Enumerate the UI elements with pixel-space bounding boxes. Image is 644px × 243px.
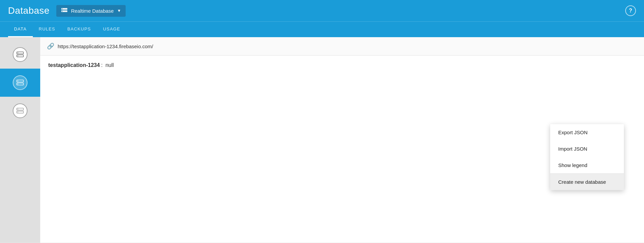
- data-value: null: [106, 62, 114, 68]
- svg-point-10: [18, 81, 18, 81]
- tab-usage[interactable]: USAGE: [97, 22, 126, 37]
- data-key: testapplication-1234: [48, 62, 100, 68]
- help-button[interactable]: ?: [625, 5, 636, 16]
- dropdown-item-import-json[interactable]: Import JSON: [550, 141, 624, 157]
- tab-backups[interactable]: BACKUPS: [61, 22, 97, 37]
- chevron-down-icon: ▼: [117, 8, 121, 13]
- tab-rules[interactable]: RULES: [33, 22, 61, 37]
- sidebar-icon-2: [13, 75, 27, 90]
- sidebar: [0, 37, 40, 243]
- sidebar-item-2[interactable]: [0, 69, 40, 97]
- data-colon: :: [101, 62, 104, 68]
- database-url: https://testapplication-1234.firebaseio.…: [58, 44, 153, 49]
- svg-point-14: [18, 109, 18, 109]
- database-selector-label: Realtime Database: [71, 8, 114, 14]
- link-icon: 🔗: [47, 43, 54, 50]
- database-selector[interactable]: Realtime Database ▼: [56, 5, 126, 17]
- sidebar-item-1[interactable]: [0, 40, 40, 69]
- svg-rect-3: [62, 11, 63, 11]
- dropdown-item-show-legend[interactable]: Show legend: [550, 157, 624, 173]
- dropdown-item-create-new-database[interactable]: Create new database: [550, 174, 624, 190]
- sidebar-icon-1: [13, 47, 27, 62]
- sidebar-item-3[interactable]: [0, 97, 40, 125]
- svg-point-11: [18, 84, 18, 84]
- header-left: Database Realtime Database ▼: [8, 5, 126, 17]
- tab-data[interactable]: DATA: [8, 22, 33, 37]
- dropdown-menu: Export JSON Import JSON Show legend Crea…: [550, 124, 624, 190]
- svg-point-7: [18, 56, 18, 56]
- sidebar-icon-3: [13, 103, 27, 118]
- svg-point-6: [18, 53, 18, 53]
- data-row: testapplication-1234 : null: [40, 56, 644, 75]
- app-header: Database Realtime Database ▼ ?: [0, 0, 644, 21]
- nav-tabs: DATA RULES BACKUPS USAGE: [0, 21, 644, 37]
- svg-rect-2: [62, 8, 63, 9]
- main-content: 🔗 https://testapplication-1234.firebasei…: [0, 37, 644, 243]
- dropdown-item-export-json[interactable]: Export JSON: [550, 124, 624, 141]
- database-selector-icon: [61, 8, 68, 14]
- url-bar: 🔗 https://testapplication-1234.firebasei…: [40, 37, 644, 56]
- page-title: Database: [8, 5, 50, 16]
- svg-point-15: [18, 112, 18, 112]
